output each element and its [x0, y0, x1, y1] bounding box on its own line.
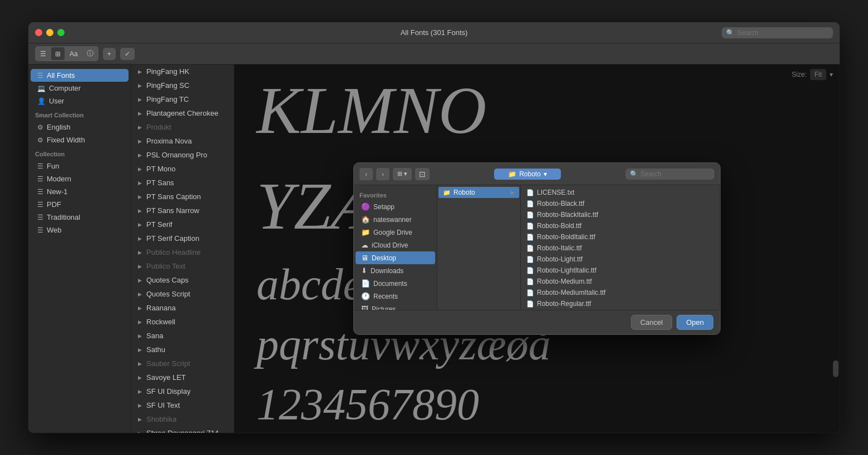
fav-item-google-drive[interactable]: 📁 Google Drive [356, 226, 435, 239]
font-item-quotes-caps[interactable]: ▶ Quotes Caps [131, 273, 234, 287]
sidebar-item-user[interactable]: 👤 User [31, 95, 129, 107]
font-item-publico-text[interactable]: ▶ Publico Text [131, 259, 234, 273]
sidebar-item-traditional[interactable]: ☰ Traditional [31, 211, 129, 224]
font-item-quotes-script[interactable]: ▶ Quotes Script [131, 287, 234, 301]
dialog-file-mediumitalic[interactable]: 📄 Roboto-MediumItalic.ttf [522, 287, 718, 298]
font-item-raanana[interactable]: ▶ Raanana [131, 301, 234, 315]
view-info-button[interactable]: ⓘ [83, 47, 97, 60]
font-item-pt-sans-narrow[interactable]: ▶ PT Sans Narrow [131, 204, 234, 217]
fav-item-nateswanner[interactable]: 🏠 nateswanner [356, 213, 435, 226]
sidebar-item-pdf[interactable]: ☰ PDF [31, 198, 129, 211]
file-icon: 📄 [526, 300, 534, 308]
font-item-savoye[interactable]: ▶ Savoye LET [131, 370, 234, 384]
fav-item-downloads[interactable]: ⬇ Downloads [356, 264, 435, 277]
font-item-produkt[interactable]: ▶ Produkt [131, 120, 234, 134]
font-item-pt-sans-caption[interactable]: ▶ PT Sans Caption [131, 190, 234, 204]
font-item-publico-headline[interactable]: ▶ Publico Headline [131, 245, 234, 259]
fav-item-setapp[interactable]: 🟣 Setapp [356, 200, 435, 213]
font-item-sauber[interactable]: ▶ Sauber Script [131, 357, 234, 370]
font-item-plantagenet[interactable]: ▶ Plantagenet Cherokee [131, 106, 234, 120]
fav-item-recents[interactable]: 🕐 Recents [356, 290, 435, 303]
dialog-search-container[interactable]: 🔍 [625, 169, 714, 180]
dialog-file-roboto-folder[interactable]: 📁 Roboto ▶ [438, 187, 519, 198]
validate-button[interactable]: ✓ [120, 48, 135, 60]
sidebar-item-fun[interactable]: ☰ Fun [31, 160, 129, 172]
dialog-file-bolditalic[interactable]: 📄 Roboto-BoldItalic.ttf [522, 231, 718, 243]
font-item-sf-text[interactable]: ▶ SF UI Text [131, 398, 234, 412]
dialog-open-button[interactable]: Open [677, 315, 713, 330]
dialog-location-pill[interactable]: 📁 Roboto ▾ [494, 169, 561, 180]
fav-item-pictures[interactable]: 🖼 Pictures [356, 303, 435, 310]
dialog-file-lightitalic[interactable]: 📄 Roboto-LightItalic.ttf [522, 265, 718, 276]
expand-arrow: ▶ [138, 208, 144, 214]
web-icon: ☰ [37, 226, 43, 234]
font-item-pingfang-sc[interactable]: ▶ PingFang SC [131, 78, 234, 92]
font-item-pt-mono[interactable]: ▶ PT Mono [131, 162, 234, 176]
font-item-psl[interactable]: ▶ PSL Ornanong Pro [131, 148, 234, 162]
dialog-back-button[interactable]: ‹ [359, 168, 373, 180]
fav-item-icloud[interactable]: ☁ iCloud Drive [356, 239, 435, 251]
font-item-sf-display[interactable]: ▶ SF UI Display [131, 384, 234, 398]
sidebar-item-web[interactable]: ☰ Web [31, 224, 129, 236]
minimize-button[interactable] [46, 29, 53, 36]
dialog-overlay: ‹ › ⊞ ▾ ⊡ 📁 Roboto ▾ 🔍 [234, 65, 840, 433]
dialog-search-input[interactable] [640, 170, 710, 178]
sidebar-item-modern[interactable]: ☰ Modern [31, 172, 129, 185]
dialog-files: 📁 Roboto ▶ 📄 LICENSE.txt [437, 185, 720, 310]
dialog-body: Favorites 🟣 Setapp 🏠 nateswanner 📁 [354, 185, 720, 310]
font-item-sana[interactable]: ▶ Sana [131, 329, 234, 343]
font-item-shree[interactable]: ▶ Shree Devanagari 714 [131, 426, 234, 433]
file-icon: 📄 [526, 234, 534, 241]
icloud-icon: ☁ [361, 241, 368, 249]
expand-arrow: ▶ [138, 139, 144, 144]
font-item-shobhika[interactable]: ▶ Shobhika [131, 412, 234, 426]
dialog-cancel-button[interactable]: Cancel [631, 315, 672, 330]
dialog-file-license[interactable]: 📄 LICENSE.txt [522, 187, 718, 198]
fav-item-desktop[interactable]: 🖥 Desktop [356, 251, 435, 264]
sidebar-item-new1[interactable]: ☰ New-1 [31, 185, 129, 198]
dialog-view-columns-button[interactable]: ⊞ ▾ [393, 168, 412, 180]
dialog-file-italic[interactable]: 📄 Roboto-Italic.ttf [522, 243, 718, 254]
view-list-button[interactable]: ☰ [36, 47, 50, 60]
sidebar-item-all-fonts[interactable]: ☰ All Fonts [31, 69, 129, 82]
font-item-pt-serif-caption[interactable]: ▶ PT Serif Caption [131, 231, 234, 245]
dialog-file-bold[interactable]: 📄 Roboto-Bold.ttf [522, 220, 718, 231]
traffic-lights [35, 29, 65, 36]
pictures-icon: 🖼 [361, 305, 368, 310]
dialog-file-medium[interactable]: 📄 Roboto-Medium.ttf [522, 276, 718, 287]
dialog-forward-button[interactable]: › [376, 168, 389, 180]
sidebar-item-computer[interactable]: 💻 Computer [31, 82, 129, 95]
fav-item-documents[interactable]: 📄 Documents [356, 277, 435, 290]
close-button[interactable] [35, 29, 42, 36]
recents-icon: 🕐 [361, 292, 370, 300]
sidebar-item-english[interactable]: ⚙ English [31, 121, 129, 133]
folder-expand-arrow: ▶ [511, 190, 515, 195]
window-title: All Fonts (301 Fonts) [401, 28, 468, 37]
add-collection-button[interactable]: + [103, 48, 116, 60]
maximize-button[interactable] [57, 29, 65, 36]
font-item-pt-sans[interactable]: ▶ PT Sans [131, 176, 234, 190]
font-item-pingfang-tc[interactable]: ▶ PingFang TC [131, 92, 234, 106]
font-item-rockwell[interactable]: ▶ Rockwell [131, 315, 234, 329]
pdf-icon: ☰ [37, 201, 43, 209]
dialog-file-black[interactable]: 📄 Roboto-Black.ttf [522, 198, 718, 209]
toolbar: ☰ ⊞ Aa ⓘ + ✓ [28, 43, 840, 65]
dialog-toolbar: ‹ › ⊞ ▾ ⊡ 📁 Roboto ▾ 🔍 [354, 163, 720, 185]
dialog-file-light[interactable]: 📄 Roboto-Light.ttf [522, 254, 718, 265]
font-item-proxima[interactable]: ▶ Proxima Nova [131, 134, 234, 148]
sidebar-item-fixed-width[interactable]: ⚙ Fixed Width [31, 133, 129, 146]
font-item-pingfang-hk[interactable]: ▶ PingFang HK [131, 65, 234, 78]
view-grid-button[interactable]: ⊞ [51, 47, 65, 60]
view-aa-button[interactable]: Aa [66, 47, 82, 60]
font-item-pt-serif[interactable]: ▶ PT Serif [131, 217, 234, 231]
font-item-sathu[interactable]: ▶ Sathu [131, 343, 234, 357]
titlebar-search-input[interactable] [737, 29, 828, 37]
titlebar-search-container[interactable]: 🔍 [722, 27, 833, 38]
dialog-file-regular[interactable]: 📄 Roboto-Regular.ttf [522, 298, 718, 309]
dialog-file-blackitalic[interactable]: 📄 Roboto-BlackItalic.ttf [522, 209, 718, 220]
expand-arrow: ▶ [138, 166, 144, 172]
sidebar-user-label: User [49, 97, 64, 105]
documents-icon: 📄 [361, 279, 370, 288]
dialog-grid-button[interactable]: ⊡ [415, 168, 430, 180]
sidebar-fixed-width-label: Fixed Width [47, 136, 85, 144]
